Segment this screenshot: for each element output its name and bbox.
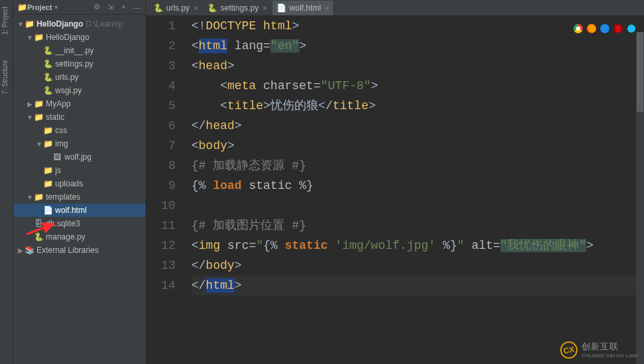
file-icon: 📄 (276, 3, 287, 13)
tree-item[interactable]: 🗄db.sqlite3 (13, 217, 146, 230)
target-icon[interactable]: ⌖ (119, 3, 128, 12)
line-number: 9 (146, 176, 175, 196)
expand-arrow-icon[interactable]: ▶ (27, 100, 33, 108)
tab-label: settings.py (221, 3, 259, 13)
file-icon: 🐍 (33, 232, 44, 242)
tree-item-label: db.sqlite3 (46, 219, 80, 228)
project-tree[interactable]: ▼📁HelloDjangoD:\Learn\p▼📁HelloDjango🐍__i… (13, 15, 146, 364)
code-line[interactable]: </head> (191, 116, 644, 136)
code-line[interactable]: </body> (191, 256, 644, 275)
code-line[interactable]: <meta charset="UTF-8"> (191, 76, 644, 96)
tree-item-label: wsgi.py (55, 86, 82, 95)
line-number: 1 (146, 16, 175, 36)
code-line[interactable]: {# 加载静态资源 #} (191, 156, 644, 176)
line-number: 13 (146, 256, 175, 275)
sidebar-title: Project (27, 3, 52, 11)
line-number: 6 (146, 116, 175, 136)
tree-item-label: MyApp (46, 99, 70, 108)
watermark-logo-icon: CX (559, 339, 579, 359)
code-line[interactable]: <html lang="en"> (191, 36, 644, 56)
tree-item[interactable]: 📁js (13, 164, 146, 177)
line-number: 4 (146, 76, 175, 96)
close-icon[interactable]: × (263, 4, 267, 12)
tree-item-label: img (55, 139, 68, 148)
sidebar-header: 📁 Project ▾ ⚙ ⇲ ⌖ ― (13, 0, 146, 15)
settings-icon[interactable]: ⚙ (92, 3, 102, 12)
tree-item-label: wolf.jpg (64, 152, 92, 162)
code-content[interactable]: <!DOCTYPE html><html lang="en"><head> <m… (186, 16, 644, 364)
toolstrip-structure[interactable]: 7: Structure (1, 60, 9, 94)
tree-item[interactable]: ▼📁templates (13, 190, 146, 204)
tree-item-label: HelloDjango (37, 19, 83, 29)
tree-item-label: wolf.html (55, 206, 86, 215)
editor-tab[interactable]: 🐍settings.py× (203, 1, 271, 15)
tree-item[interactable]: 📄wolf.html (13, 204, 146, 217)
tree-item[interactable]: ▼📁HelloDjango (13, 31, 146, 44)
tree-item[interactable]: ▶📚External Libraries (13, 244, 146, 257)
tree-item[interactable]: ▼📁HelloDjangoD:\Learn\p (13, 17, 146, 31)
editor-tab[interactable]: 🐍urls.py× (149, 1, 202, 15)
expand-arrow-icon[interactable]: ▼ (27, 194, 33, 201)
code-line[interactable]: <head> (191, 56, 644, 76)
file-icon: 🐍 (43, 86, 53, 95)
file-icon: 🐍 (43, 46, 53, 55)
tree-item-label: uploads (55, 179, 83, 188)
code-line[interactable]: <!DOCTYPE html> (191, 16, 644, 36)
tab-label: wolf.html (290, 3, 321, 13)
hide-icon[interactable]: ― (132, 3, 142, 12)
watermark-en: CHUANG XIN HU LIAN (582, 353, 637, 359)
code-line[interactable]: <title>忧伤的狼</title> (191, 96, 644, 116)
line-number: 10 (146, 196, 175, 216)
collapse-icon[interactable]: ⇲ (106, 3, 115, 12)
tree-item-label: urls.py (55, 73, 78, 82)
code-line[interactable]: {% load static %} (191, 176, 644, 196)
close-icon[interactable]: × (193, 4, 197, 12)
scrollbar-thumb[interactable] (637, 32, 643, 112)
file-icon: 📁 (33, 99, 44, 108)
tree-item[interactable]: 📁css (13, 124, 146, 137)
code-line[interactable]: <img src="{% static 'img/wolf.jpg' %}" a… (191, 236, 644, 256)
code-line[interactable]: </html> (191, 275, 644, 295)
tree-item[interactable]: 🐍urls.py (13, 71, 146, 84)
expand-arrow-icon[interactable]: ▼ (27, 34, 33, 41)
tree-item[interactable]: 🐍manage.py (13, 230, 146, 244)
expand-arrow-icon[interactable]: ▼ (17, 21, 24, 28)
tree-item[interactable]: 🐍wsgi.py (13, 84, 146, 97)
tab-label: urls.py (166, 3, 189, 13)
code-line[interactable] (191, 196, 644, 216)
tree-item[interactable]: 🐍__init__.py (13, 44, 146, 57)
expand-arrow-icon[interactable]: ▶ (17, 247, 24, 254)
toolstrip-project[interactable]: 1: Project (1, 7, 9, 35)
file-icon: 📚 (24, 246, 35, 255)
line-gutter: 1234567891011121314 (146, 16, 186, 364)
code-line[interactable]: <body> (191, 136, 644, 156)
line-number: 8 (146, 156, 175, 176)
watermark: CX 创新互联 CHUANG XIN HU LIAN (560, 341, 637, 359)
file-icon: 📁 (33, 33, 44, 42)
left-toolstrip: 1: Project 7: Structure (0, 0, 13, 364)
tree-item-label: css (55, 126, 67, 135)
tree-item[interactable]: ▶📁MyApp (13, 97, 146, 110)
editor-tab[interactable]: 📄wolf.html× (272, 1, 334, 15)
tree-item[interactable]: 🖼wolf.jpg (13, 150, 146, 164)
code-line[interactable]: {# 加载图片位置 #} (191, 216, 644, 236)
expand-arrow-icon[interactable]: ▼ (27, 114, 33, 121)
tree-item-label: HelloDjango (46, 33, 89, 42)
file-icon: 🖼 (52, 152, 62, 162)
expand-arrow-icon[interactable]: ▼ (36, 140, 43, 148)
file-icon: 🐍 (153, 3, 163, 13)
file-icon: 🐍 (43, 59, 53, 69)
close-icon[interactable]: × (325, 4, 329, 12)
code-area[interactable]: 1234567891011121314 <!DOCTYPE html><html… (146, 16, 644, 364)
tree-item[interactable]: ▼📁img (13, 137, 146, 150)
tree-item[interactable]: 📁uploads (13, 177, 146, 190)
file-icon: 📁 (43, 126, 53, 135)
tree-item[interactable]: 🐍settings.py (13, 57, 146, 71)
tree-item-label: __init__.py (55, 46, 94, 55)
dropdown-icon[interactable]: ▾ (54, 3, 58, 11)
vertical-scrollbar[interactable] (636, 32, 644, 364)
project-sidebar: 📁 Project ▾ ⚙ ⇲ ⌖ ― ▼📁HelloDjangoD:\Lear… (13, 0, 146, 364)
editor-tabs: 🐍urls.py×🐍settings.py×📄wolf.html× (146, 0, 644, 16)
tree-item[interactable]: ▼📁static (13, 110, 146, 124)
tree-item-hint: D:\Learn\p (86, 19, 123, 29)
